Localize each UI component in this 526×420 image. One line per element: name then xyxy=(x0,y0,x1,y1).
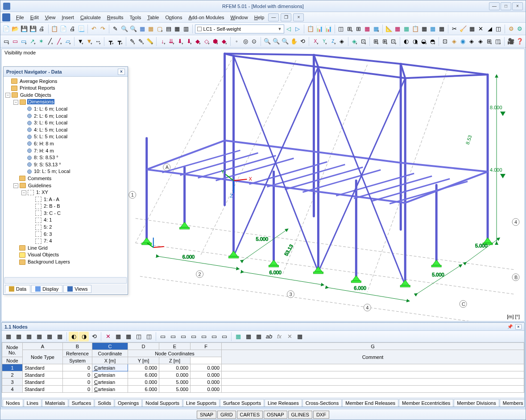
grid2-icon[interactable]: ⊞ xyxy=(355,24,363,34)
bt-22[interactable]: ▦ xyxy=(233,332,243,342)
bottom-tab[interactable]: Cross-Sections xyxy=(302,399,342,407)
row-number[interactable]: 2 xyxy=(2,371,23,379)
d5-icon[interactable]: ◈ xyxy=(476,37,485,46)
loadcase-combo[interactable]: LC1 - Self-weight ▼ xyxy=(195,25,284,33)
bottom-tab[interactable]: Nodal Supports xyxy=(142,399,182,407)
load5-icon[interactable]: ◆ xyxy=(194,37,202,46)
cell-z[interactable]: 0.000 xyxy=(191,371,222,379)
d2-icon[interactable]: ◈ xyxy=(450,37,458,46)
move-icon[interactable]: ↗ xyxy=(29,37,37,46)
saveall-icon[interactable]: 💾 xyxy=(29,24,37,34)
sup-icon[interactable]: ▼ xyxy=(76,37,84,46)
h2-icon[interactable]: ❓ xyxy=(516,37,524,46)
find-icon[interactable]: 🔍 xyxy=(120,24,128,34)
tree-dim-item[interactable]: 9: S: 53.13 ° xyxy=(33,162,62,167)
menu-help[interactable]: Help xyxy=(251,13,268,21)
bt-21[interactable]: ▭ xyxy=(220,332,229,342)
cell-ref[interactable]: 0 xyxy=(63,386,92,393)
status-toggle[interactable]: CARTES xyxy=(237,411,263,419)
calc2-icon[interactable]: ▦ xyxy=(147,24,155,34)
bt-10[interactable]: ✕ xyxy=(103,332,113,342)
tree-visual[interactable]: Visual Objects xyxy=(27,252,60,257)
cell-ref[interactable]: 0 xyxy=(63,371,92,379)
tree-dim-item[interactable]: 1: L: 6 m; Local xyxy=(33,106,68,111)
bottom-close-icon[interactable]: × xyxy=(515,324,522,329)
expand-icon[interactable]: − xyxy=(13,183,18,188)
draw-icon[interactable]: ✎ xyxy=(128,37,136,46)
navigator-close-icon[interactable]: × xyxy=(118,69,125,75)
tool2-icon[interactable]: 🧹 xyxy=(459,24,467,34)
tile-icon[interactable]: ▦ xyxy=(173,24,181,34)
bt-19[interactable]: ▭ xyxy=(199,332,209,342)
bottom-tab[interactable]: Member Eccentricities xyxy=(399,399,453,407)
bottom-tab[interactable]: Member End Releases xyxy=(342,399,398,407)
menu-tools[interactable]: Tools xyxy=(126,13,144,21)
grid-icon[interactable]: ⊞ xyxy=(346,24,354,34)
win-icon[interactable]: ▢ xyxy=(156,24,164,34)
navigator-tree[interactable]: Average Regions Printout Reports −Guide … xyxy=(4,77,128,276)
node-icon[interactable]: ✶ xyxy=(37,37,46,46)
new-icon[interactable]: 📄 xyxy=(2,24,10,34)
bottom-tab[interactable]: Member Divisions xyxy=(454,399,499,407)
surf-icon[interactable]: ▱ xyxy=(64,37,72,46)
draw2-icon[interactable]: ✎ xyxy=(137,37,145,46)
draw3-icon[interactable]: 📏 xyxy=(146,37,154,46)
link-icon[interactable]: ↔ xyxy=(94,37,102,46)
tool4-icon[interactable]: ✕ xyxy=(477,24,485,34)
cell-cs[interactable]: Cartesian xyxy=(92,371,128,379)
prev-icon[interactable]: ◁ xyxy=(285,24,293,34)
bt-24[interactable]: ▦ xyxy=(254,332,264,342)
tool6-icon[interactable]: ◫ xyxy=(494,24,502,34)
tree-linegrid[interactable]: Line Grid xyxy=(27,245,49,251)
bt-12[interactable]: ▦ xyxy=(124,332,133,342)
bottom-tab[interactable]: Members xyxy=(500,399,524,407)
sn1-icon[interactable]: ◦ xyxy=(233,37,241,46)
mdi-minimize-button[interactable]: — xyxy=(268,13,279,21)
g1-icon[interactable]: ⊞ xyxy=(372,37,380,46)
bt-20[interactable]: ▭ xyxy=(209,332,219,342)
d1-icon[interactable]: ⊡ xyxy=(441,37,449,46)
h1-icon[interactable]: 🎥 xyxy=(507,37,515,46)
lsup2-icon[interactable]: ┳ xyxy=(116,37,124,46)
tree-guidelines[interactable]: Guidelines xyxy=(27,183,52,188)
tree-gl-item[interactable]: 7: 4 xyxy=(43,238,53,243)
cell-x[interactable]: 6.000 xyxy=(128,371,159,379)
bt-17[interactable]: ▭ xyxy=(178,332,188,342)
menu-options[interactable]: Options xyxy=(162,13,185,21)
d4-icon[interactable]: ◈ xyxy=(468,37,476,46)
bt-25[interactable]: ab xyxy=(264,332,274,342)
cell-z[interactable]: 0.000 xyxy=(191,379,222,386)
r1-icon[interactable]: ◐ xyxy=(402,37,410,46)
nav-tab-display[interactable]: Display xyxy=(31,285,62,293)
color2-icon[interactable]: ▦ xyxy=(372,24,380,34)
load4-icon[interactable]: ⬇ xyxy=(185,37,193,46)
tree-comments[interactable]: Comments xyxy=(27,176,52,181)
vz-icon[interactable]: Z xyxy=(329,37,337,46)
tree-dim-item[interactable]: 8: S: 8.53 ° xyxy=(33,155,59,160)
module7-icon[interactable]: ▦ xyxy=(438,24,446,34)
menu-window[interactable]: Window xyxy=(228,13,251,21)
tree-gl-item[interactable]: 1: A - A xyxy=(43,197,60,202)
res1-icon[interactable]: 📊 xyxy=(315,24,323,34)
tree-avg[interactable]: Average Regions xyxy=(19,78,58,84)
tree-guide[interactable]: Guide Objects xyxy=(19,92,52,98)
cell-type[interactable]: Standard xyxy=(23,379,63,386)
zoom-icon[interactable]: 🔍 xyxy=(129,24,137,34)
tree-dimensions[interactable]: Dimensions xyxy=(27,99,54,104)
mesh-icon[interactable]: ◫ xyxy=(337,24,345,34)
bt-9[interactable]: ⟲ xyxy=(89,332,99,342)
cell-comment[interactable] xyxy=(222,379,524,386)
bt-23[interactable]: ▦ xyxy=(244,332,253,342)
cell-x[interactable]: 6.000 xyxy=(128,386,159,393)
line-icon[interactable]: ╱ xyxy=(46,37,54,46)
tree-gl-item[interactable]: 5: 2 xyxy=(43,224,53,230)
g2-icon[interactable]: ⊞ xyxy=(381,37,389,46)
menu-calculate[interactable]: Calculate xyxy=(77,13,104,21)
print2-icon[interactable]: 🖨 xyxy=(68,24,76,34)
bt-6[interactable]: ▦ xyxy=(55,332,65,342)
bt-26[interactable]: ▦ xyxy=(295,332,305,342)
app-menu-icon[interactable] xyxy=(2,13,10,21)
nodes-table[interactable]: NodeNo. A B C D E F G Node Type Referenc… xyxy=(2,342,524,398)
zoomp-icon[interactable]: 🔍 xyxy=(281,37,289,46)
status-toggle[interactable]: SNAP xyxy=(197,411,216,419)
